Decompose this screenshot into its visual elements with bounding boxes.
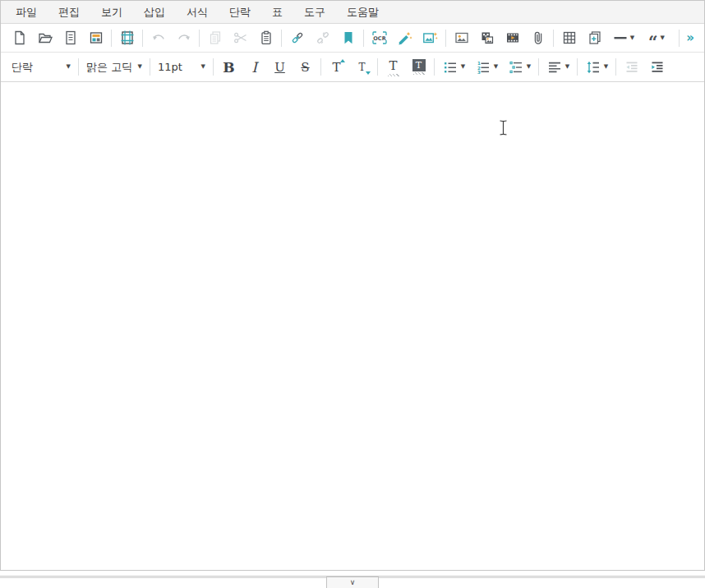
paperclip-icon [530, 30, 546, 46]
redo-icon [176, 30, 192, 46]
increase-font-size-label: T [332, 60, 340, 75]
italic-button[interactable]: I [242, 55, 267, 80]
photo-gallery-button[interactable] [474, 25, 500, 50]
bottom-bar: ∨ [0, 571, 705, 588]
add-page-button[interactable] [582, 25, 607, 50]
underline-button[interactable]: U [267, 55, 293, 80]
unlink-icon [315, 30, 331, 46]
bold-label: B [223, 59, 234, 76]
toolbar-separator [577, 58, 578, 76]
paragraph-style-dropdown[interactable]: 단락 ▼ [7, 55, 76, 80]
bookmark-button[interactable] [335, 25, 361, 50]
dropdown-arrow-icon: ▼ [527, 64, 531, 70]
horizontal-line-button[interactable]: ▼ [607, 25, 640, 50]
redo-button[interactable] [171, 25, 196, 50]
toolbar-separator [679, 30, 680, 47]
toolbar-separator [363, 30, 364, 47]
more-tools-button[interactable]: » [682, 25, 698, 50]
dropdown-arrow-icon: ▼ [461, 64, 465, 70]
toolbar-separator [213, 58, 214, 76]
menu-file[interactable]: 파일 [5, 1, 48, 23]
copy-button[interactable] [202, 25, 228, 50]
decrease-font-size-label: T [358, 62, 365, 73]
expand-panel-button[interactable]: ∨ [326, 577, 379, 588]
insert-video-button[interactable] [500, 25, 525, 50]
open-file-button[interactable] [32, 25, 58, 50]
indent-icon [649, 59, 666, 76]
photo-gallery-icon [479, 30, 495, 46]
template-icon [88, 30, 104, 46]
clipboard-icon [258, 30, 274, 46]
insert-link-button[interactable] [284, 25, 310, 50]
menu-insert[interactable]: 삽입 [133, 1, 176, 23]
highlight-color-button[interactable]: T [406, 55, 431, 80]
copy-icon [207, 30, 223, 46]
toolbar-separator [553, 30, 554, 47]
cut-button[interactable] [228, 25, 253, 50]
insert-table-button[interactable] [556, 25, 582, 50]
remove-link-button[interactable] [310, 25, 335, 50]
main-toolbar: OCR [1, 24, 704, 53]
toolbar-separator [150, 58, 150, 76]
indent-button[interactable] [644, 55, 670, 80]
document-icon [62, 30, 79, 46]
font-family-dropdown[interactable]: 맑은 고딕 ▼ [81, 55, 147, 80]
line-spacing-button[interactable]: ▼ [580, 55, 613, 80]
align-button[interactable]: ▼ [541, 55, 574, 80]
horizontal-line-icon [613, 30, 628, 46]
bold-button[interactable]: B [216, 55, 242, 80]
menu-tools[interactable]: 도구 [293, 1, 336, 23]
line-spacing-icon [585, 59, 601, 76]
svg-text:OCR: OCR [373, 35, 385, 42]
decrease-font-size-button[interactable]: T [349, 55, 375, 80]
bullet-list-button[interactable]: ▼ [437, 55, 470, 80]
strikethrough-button[interactable]: S [293, 55, 318, 80]
insert-image-button[interactable] [449, 25, 474, 50]
blockquote-button[interactable]: “ ▼ [640, 25, 673, 50]
svg-text:3: 3 [477, 70, 481, 75]
double-chevron-right-icon: » [686, 32, 694, 44]
dropdown-arrow-icon: ▼ [138, 64, 142, 70]
outdent-button[interactable] [619, 55, 644, 80]
editor-canvas[interactable] [1, 82, 704, 570]
menu-help[interactable]: 도움말 [336, 1, 389, 23]
dropdown-arrow-icon: ▼ [67, 64, 71, 70]
ai-pen-button[interactable] [392, 25, 417, 50]
bookmark-icon [340, 30, 357, 46]
menu-paragraph[interactable]: 단락 [219, 1, 261, 23]
dropdown-arrow-icon: ▼ [565, 64, 569, 70]
ocr-button[interactable]: OCR [366, 25, 392, 50]
new-document-icon [12, 30, 28, 46]
menu-edit[interactable]: 편집 [48, 1, 90, 23]
italic-label: I [251, 59, 257, 76]
toolbar-separator [434, 58, 435, 76]
font-size-value: 11pt [158, 61, 182, 73]
template-button[interactable] [83, 25, 108, 50]
outdent-icon [624, 59, 640, 76]
page-margins-icon [119, 30, 136, 46]
ai-image-button[interactable] [417, 25, 443, 50]
paste-button[interactable] [253, 25, 279, 50]
caret-up-icon [340, 59, 345, 62]
increase-font-size-button[interactable]: T [324, 55, 349, 80]
font-size-dropdown[interactable]: 11pt ▼ [153, 55, 210, 80]
document-preview-button[interactable] [58, 25, 83, 50]
photo-icon [454, 30, 470, 46]
menu-view[interactable]: 보기 [90, 1, 133, 23]
ocr-icon: OCR [371, 30, 389, 46]
strikethrough-label: S [301, 60, 309, 75]
menu-format[interactable]: 서식 [176, 1, 219, 23]
page-layout-button[interactable] [114, 25, 140, 50]
attach-file-button[interactable] [525, 25, 551, 50]
chevron-down-icon: ∨ [350, 579, 356, 586]
menu-table[interactable]: 표 [261, 1, 293, 23]
numbered-list-button[interactable]: 1 2 3 ▼ [470, 55, 503, 80]
font-color-button[interactable]: T [380, 55, 406, 80]
font-family-value: 맑은 고딕 [86, 60, 132, 75]
undo-button[interactable] [145, 25, 171, 50]
multilevel-list-button[interactable]: ▼ [503, 55, 536, 80]
text-cursor-pointer [498, 119, 509, 136]
toolbar-separator [281, 30, 282, 47]
dropdown-arrow-icon: ▼ [630, 35, 634, 41]
new-document-button[interactable] [7, 25, 32, 50]
